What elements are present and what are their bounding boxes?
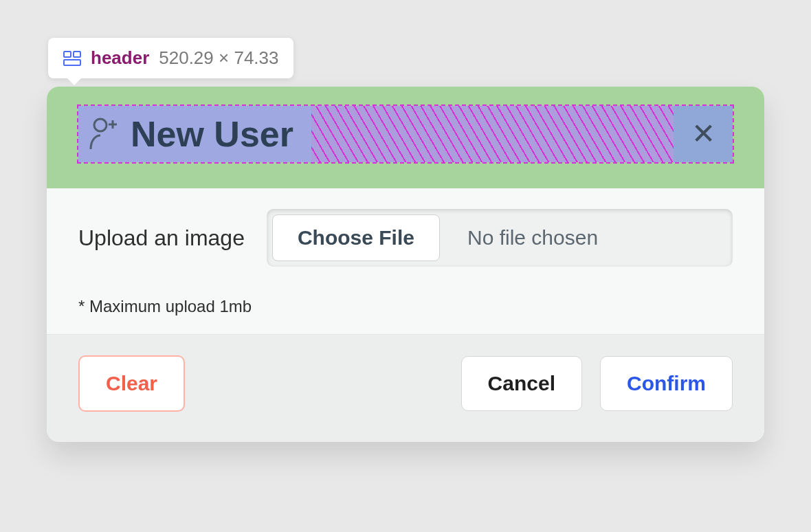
inspected-element-size: 520.29 × 74.33 <box>159 47 278 69</box>
upload-row: Upload an image Choose File No file chos… <box>78 209 733 267</box>
modal-header-overlay: New User ✕ <box>47 87 764 188</box>
choose-file-button[interactable]: Choose File <box>272 214 440 261</box>
flexbox-free-space-overlay <box>311 106 674 162</box>
inspected-header-box: New User ✕ <box>77 104 734 164</box>
file-status-text: No file chosen <box>440 214 727 261</box>
inspected-element-name: header <box>91 47 149 69</box>
svg-rect-2 <box>64 60 80 65</box>
modal-footer: Clear Cancel Confirm <box>47 334 764 442</box>
modal-title-block: New User <box>78 106 311 162</box>
close-button[interactable]: ✕ <box>674 106 733 162</box>
svg-point-3 <box>94 119 107 131</box>
close-icon: ✕ <box>691 120 715 148</box>
new-user-modal: New User ✕ Upload an image Choose File N… <box>47 87 764 442</box>
upload-label: Upload an image <box>78 225 245 251</box>
confirm-button[interactable]: Confirm <box>600 356 733 411</box>
svg-rect-1 <box>74 52 80 57</box>
modal-title: New User <box>131 113 293 155</box>
layout-icon <box>63 51 81 66</box>
cancel-button[interactable]: Cancel <box>461 356 582 411</box>
modal-body: Upload an image Choose File No file chos… <box>47 188 764 334</box>
devtools-element-tooltip: header 520.29 × 74.33 <box>48 38 293 78</box>
clear-button[interactable]: Clear <box>78 355 185 412</box>
upload-note: * Maximum upload 1mb <box>78 297 733 316</box>
file-input[interactable]: Choose File No file chosen <box>267 209 733 267</box>
svg-rect-0 <box>64 52 71 57</box>
add-user-icon <box>88 116 118 152</box>
